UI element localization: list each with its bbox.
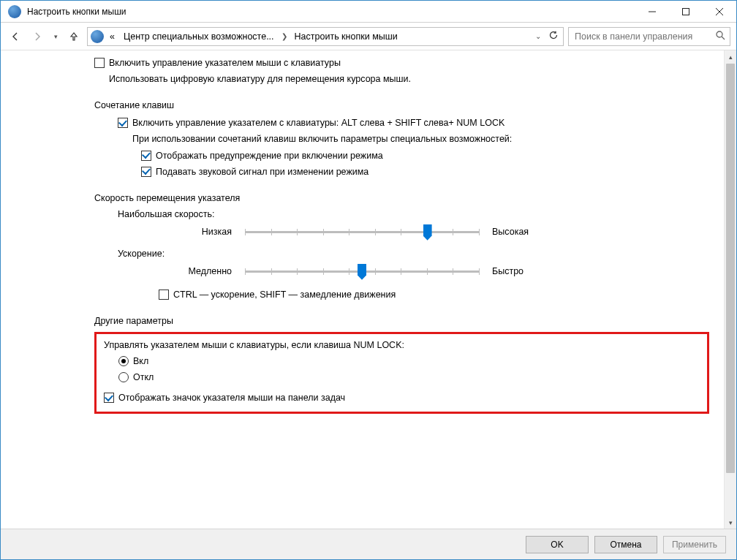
breadcrumb-seg-1[interactable]: Центр специальных возможносте... — [121, 31, 277, 42]
slider-thumb[interactable] — [358, 264, 366, 280]
content: Включить управление указателем мыши с кл… — [1, 50, 724, 529]
address-bar[interactable]: « Центр специальных возможносте... ❯ Нас… — [87, 27, 564, 46]
ctrl-shift-checkbox[interactable]: CTRL — ускорение, SHIFT — замедление дви… — [118, 288, 709, 301]
enable-mouse-keys-label: Включить управление указателем мыши с кл… — [109, 56, 341, 69]
show-warning-label: Отображать предупреждение при включении … — [156, 149, 383, 162]
breadcrumb-seg-2[interactable]: Настроить кнопки мыши — [292, 31, 401, 42]
numlock-on-radio[interactable]: Вкл — [118, 355, 700, 368]
window-controls — [635, 1, 736, 22]
recent-button[interactable]: ▾ — [50, 28, 61, 45]
search-icon[interactable] — [716, 31, 725, 42]
vertical-scrollbar[interactable]: ▴ ▾ — [724, 50, 736, 529]
checkbox-icon — [94, 58, 105, 68]
numlock-label: Управлять указателем мыши с клавиатуры, … — [104, 340, 700, 350]
scroll-up-button[interactable]: ▴ — [725, 50, 736, 63]
svg-line-5 — [722, 37, 725, 39]
breadcrumb-chevron-start: « — [107, 31, 118, 42]
apply-button: Применить — [663, 536, 726, 553]
slider-max-label: Быстро — [492, 266, 551, 276]
checkbox-icon — [141, 167, 151, 177]
scroll-down-button[interactable]: ▾ — [725, 516, 736, 529]
minimize-button[interactable] — [635, 1, 669, 22]
up-button[interactable] — [65, 28, 83, 45]
accel-label: Ускорение: — [118, 249, 709, 259]
svg-rect-1 — [683, 8, 689, 15]
slider-thumb[interactable] — [423, 224, 432, 241]
close-button[interactable] — [703, 1, 736, 22]
address-dropdown[interactable]: ⌄ — [535, 32, 541, 40]
cancel-button[interactable]: Отмена — [594, 536, 657, 553]
numlock-on-label: Вкл — [133, 355, 148, 368]
radio-icon — [118, 356, 129, 366]
radio-icon — [118, 372, 129, 382]
forward-button[interactable] — [29, 28, 46, 45]
footer: OK Отмена Применить — [1, 529, 736, 559]
play-sound-label: Подавать звуковой сигнал при изменении р… — [156, 165, 368, 178]
shortcut-enable-checkbox[interactable]: Включить управление указателем с клавиат… — [118, 116, 709, 129]
chevron-right-icon[interactable]: ❯ — [280, 32, 289, 40]
body: Включить управление указателем мыши с кл… — [1, 50, 736, 529]
scroll-track[interactable] — [725, 474, 736, 516]
location-icon — [91, 30, 104, 43]
max-speed-label: Наибольшая скорость: — [118, 209, 709, 219]
checkbox-icon — [104, 393, 114, 403]
scroll-thumb[interactable] — [726, 64, 735, 473]
play-sound-checkbox[interactable]: Подавать звуковой сигнал при изменении р… — [141, 165, 709, 178]
section-other-title: Другие параметры — [94, 316, 709, 326]
slider-max-label: Высокая — [492, 227, 551, 237]
section-shortcuts-title: Сочетание клавиш — [94, 100, 709, 110]
titlebar: Настроить кнопки мыши — [1, 1, 736, 23]
slider-track[interactable] — [245, 225, 479, 238]
ok-button[interactable]: OK — [526, 536, 589, 553]
max-speed-slider[interactable]: Низкая Высокая — [118, 225, 709, 238]
window: Настроить кнопки мыши ▾ « Центр — [0, 0, 737, 560]
numlock-off-radio[interactable]: Откл — [118, 371, 700, 384]
slider-min-label: Низкая — [173, 227, 232, 237]
show-tray-icon-checkbox[interactable]: Отображать значок указателя мыши на пане… — [104, 391, 700, 404]
section-speed-title: Скорость перемещения указателя — [94, 193, 709, 203]
accessibility-icon — [8, 5, 21, 18]
slider-track[interactable] — [245, 265, 479, 278]
shortcut-desc: При использовании сочетаний клавиш включ… — [118, 132, 709, 145]
checkbox-icon — [141, 151, 151, 161]
enable-mouse-keys-desc: Использовать цифровую клавиатуру для пер… — [94, 72, 709, 86]
checkbox-icon — [118, 118, 128, 128]
search-input[interactable] — [573, 31, 716, 42]
numlock-off-label: Откл — [133, 371, 154, 384]
shortcut-enable-label: Включить управление указателем с клавиат… — [132, 116, 504, 129]
show-warning-checkbox[interactable]: Отображать предупреждение при включении … — [141, 149, 709, 162]
search-box[interactable] — [568, 27, 730, 46]
enable-mouse-keys-checkbox[interactable]: Включить управление указателем мыши с кл… — [94, 56, 709, 69]
ctrl-shift-label: CTRL — ускорение, SHIFT — замедление дви… — [173, 288, 396, 301]
window-title: Настроить кнопки мыши — [27, 7, 635, 17]
maximize-button[interactable] — [669, 1, 703, 22]
refresh-button[interactable] — [548, 30, 559, 42]
highlight-box: Управлять указателем мыши с клавиатуры, … — [94, 332, 709, 414]
navbar: ▾ « Центр специальных возможносте... ❯ Н… — [1, 23, 736, 50]
show-tray-icon-label: Отображать значок указателя мыши на пане… — [118, 391, 345, 404]
svg-point-4 — [717, 31, 722, 37]
checkbox-icon — [159, 290, 169, 300]
accel-slider[interactable]: Медленно Быстро — [118, 265, 709, 278]
back-button[interactable] — [7, 28, 24, 45]
slider-min-label: Медленно — [173, 266, 232, 276]
